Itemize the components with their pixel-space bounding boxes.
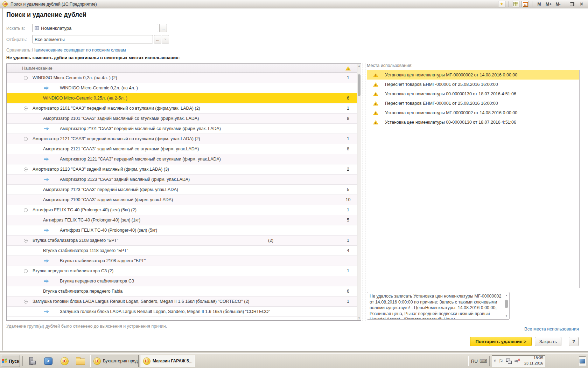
usage-item-label: Установка цен номенклатуры 00-00000130 о…: [385, 120, 516, 125]
compare-label: Сравнивать:: [6, 48, 31, 53]
memory-button[interactable]: М: [536, 1, 543, 7]
favorites-button[interactable]: ★: [498, 1, 505, 7]
table-row[interactable]: Амортизатор 2121 "СААЗ" задний масляный …: [7, 144, 357, 154]
table-row[interactable]: Втулка стабилизатора 2108 заднего "БРТ"(…: [7, 236, 357, 246]
quicklaunch-powershell[interactable]: >: [41, 356, 55, 366]
restore-window-button[interactable]: [568, 1, 576, 7]
search-in-field[interactable]: Номенклатура: [32, 24, 158, 32]
table-row[interactable]: Втулка стабилизатора 1118 заднего "БРТ"4: [7, 246, 357, 256]
collapse-icon[interactable]: [24, 168, 28, 171]
network-icon[interactable]: [506, 359, 512, 364]
compare-rule-link[interactable]: Наименование совпадает по похожим словам: [32, 48, 126, 53]
taskbar-task-2[interactable]: 1СМагазин ГАРАЖ 5...: [140, 355, 195, 367]
name-column-header[interactable]: Наименование: [7, 66, 339, 71]
table-row[interactable]: Амортизатор 2101 "СААЗ" задний масляный …: [7, 114, 357, 124]
row-warning-count: 6: [339, 93, 357, 103]
table-row[interactable]: Амортизатор 2123 "СААЗ" задний масляный …: [7, 175, 357, 185]
row-name-cell: Амортизатор 2121 "СААЗ" задний масляный …: [7, 144, 339, 154]
collapse-icon[interactable]: [24, 269, 28, 273]
usage-item[interactable]: Пересчет товаров ЕНМГ-000001 от 25.08.20…: [367, 98, 579, 108]
scroll-thumb[interactable]: [358, 74, 360, 96]
usage-item[interactable]: Установка цен номенклатуры МГ-00000002 о…: [367, 108, 579, 117]
table-row[interactable]: Втулка переднего стабилизатора СЗ: [7, 276, 357, 286]
quicklaunch-explorer[interactable]: [74, 356, 88, 366]
filter-choose-button[interactable]: ...: [154, 35, 161, 43]
usage-item[interactable]: Установка цен номенклатуры 00-00000130 о…: [367, 117, 579, 127]
scroll-down-icon[interactable]: ▼: [357, 316, 361, 320]
keyboard-icon[interactable]: ⌨: [479, 358, 487, 364]
scroll-up-icon[interactable]: ▲: [504, 293, 509, 298]
table-row[interactable]: Заглушка головки блока LADA Largus Renau…: [7, 307, 357, 317]
error-message-box[interactable]: Не удалось записать Установка цен номенк…: [367, 292, 510, 320]
row-warning-count: [339, 256, 357, 266]
all-usage-link[interactable]: Все места использования: [524, 326, 579, 332]
table-row[interactable]: Амортизатор 2101 "СААЗ" передний масляны…: [7, 124, 357, 134]
language-indicator[interactable]: RU: [471, 359, 478, 364]
collapse-icon[interactable]: [24, 300, 28, 304]
collapse-icon[interactable]: [24, 239, 28, 243]
close-button[interactable]: Закрыть: [535, 337, 561, 346]
tray-clock[interactable]: 18:35 23.11.2016: [514, 355, 543, 366]
quicklaunch-1c[interactable]: 1С: [57, 356, 71, 366]
warning-icon: [373, 82, 378, 87]
scroll-thumb[interactable]: [505, 300, 508, 308]
filter-clear-button[interactable]: ×: [162, 35, 169, 43]
collapse-icon[interactable]: [24, 208, 28, 212]
flag-icon[interactable]: ⚐: [499, 358, 503, 364]
calendar-button[interactable]: 31: [522, 1, 529, 7]
taskbar-task-1[interactable]: 1СБухгалтерия предп...: [90, 355, 139, 367]
retry-delete-button[interactable]: Повторить удаление >: [470, 337, 532, 346]
row-warning-count: 8: [339, 114, 357, 123]
table-row[interactable]: Антифриз FELIX TC-40 (Prolonger-40) (зел…: [7, 215, 357, 225]
row-group-count: (2): [268, 238, 273, 243]
start-button[interactable]: Пуск: [1, 355, 20, 367]
usage-item[interactable]: Установка цен номенклатуры 00-00000130 о…: [367, 89, 579, 98]
chevron-up-icon[interactable]: »: [492, 360, 497, 362]
calculator-button[interactable]: [512, 1, 519, 7]
warning-column-header[interactable]: [339, 64, 357, 73]
show-desktop-button[interactable]: [579, 356, 586, 366]
row-label: Втулка стабилизатора переднего Fabia: [43, 289, 122, 294]
table-row[interactable]: Втулка стабилизатора 2108 заднего "БРТ": [7, 256, 357, 266]
table-body: WINDIGO Micro-Ceramic 0,2л. (на 4л. ) (2…: [7, 73, 357, 320]
table-row[interactable]: Втулка стабилизатора переднего Fabia6: [7, 286, 357, 297]
table-row[interactable]: Амортизатор 2123 "СААЗ" передний масляны…: [7, 185, 357, 195]
row-label: Амортизатор 2101 "СААЗ" передний масляны…: [60, 126, 221, 131]
table-row[interactable]: Амортизатор 2101 "СААЗ" передний масляны…: [7, 103, 357, 114]
table-row[interactable]: Амортизатор 2123 "СААЗ" задний масляный …: [7, 164, 357, 175]
table-row[interactable]: Амортизатор 2121 "СААЗ" передний масляны…: [7, 154, 357, 164]
filter-field[interactable]: Все элементы: [32, 35, 153, 43]
calendar-icon: 31: [523, 2, 528, 7]
search-in-choose-button[interactable]: ...: [159, 24, 167, 32]
collapse-icon[interactable]: [24, 107, 28, 110]
table-row[interactable]: WINDIGO Micro-Ceramic 0,2л. (на 4л. ): [7, 83, 357, 93]
table-row[interactable]: Амортизатор 2121 "СААЗ" передний масляны…: [7, 134, 357, 144]
memory-minus-button[interactable]: М-: [554, 1, 562, 7]
table-row[interactable]: Антифриз FELIX TC-40 (Prolonger-40) (зел…: [7, 225, 357, 236]
row-label: Втулка переднего стабилизатора СЗ: [60, 279, 134, 284]
quicklaunch-devices[interactable]: [25, 356, 39, 366]
help-button[interactable]: ?: [569, 337, 579, 346]
panel-splitter[interactable]: [363, 63, 365, 321]
usage-item[interactable]: Установка цен номенклатуры МГ-00000002 о…: [367, 70, 579, 80]
table-row[interactable]: Антифриз FELIX TC-40 (Prolonger-40) (зел…: [7, 205, 357, 215]
scroll-up-icon[interactable]: ▲: [357, 64, 361, 68]
memory-plus-button[interactable]: М+: [545, 1, 552, 7]
error-box-scrollbar[interactable]: ▲ ▼: [504, 293, 509, 319]
usage-item[interactable]: Пересчет товаров ЕНМГ-000001 от 25.08.20…: [367, 80, 579, 89]
collapse-icon[interactable]: [24, 76, 28, 80]
row-name-cell: WINDIGO Micro-Ceramic 0,2л. (на 4л. ) (2…: [7, 73, 339, 83]
usage-item-label: Пересчет товаров ЕНМГ-000001 от 25.08.20…: [385, 101, 498, 106]
table-row[interactable]: Втулка переднего стабилизатора СЗ (2)1: [7, 266, 357, 276]
close-window-button[interactable]: ×: [578, 1, 585, 7]
table-row[interactable]: Заглушка головки блока LADA Largus Renau…: [7, 297, 357, 307]
table-row[interactable]: WINDIGO Micro-Ceramic 0,25л. (на 2-5л. )…: [7, 93, 357, 103]
table-row[interactable]: Амортизатор 2190 "СААЗ" задний масляный …: [7, 195, 357, 205]
table-scrollbar[interactable]: ▲ ▼: [357, 64, 361, 320]
collapse-icon[interactable]: [24, 137, 28, 141]
tray-date: 23.11.2016: [514, 361, 543, 366]
row-label: Амортизатор 2123 "СААЗ" передний масляны…: [43, 187, 178, 192]
row-warning-count: 1: [339, 297, 357, 306]
scroll-down-icon[interactable]: ▼: [504, 314, 509, 318]
table-row[interactable]: WINDIGO Micro-Ceramic 0,2л. (на 4л. ) (2…: [7, 73, 357, 83]
